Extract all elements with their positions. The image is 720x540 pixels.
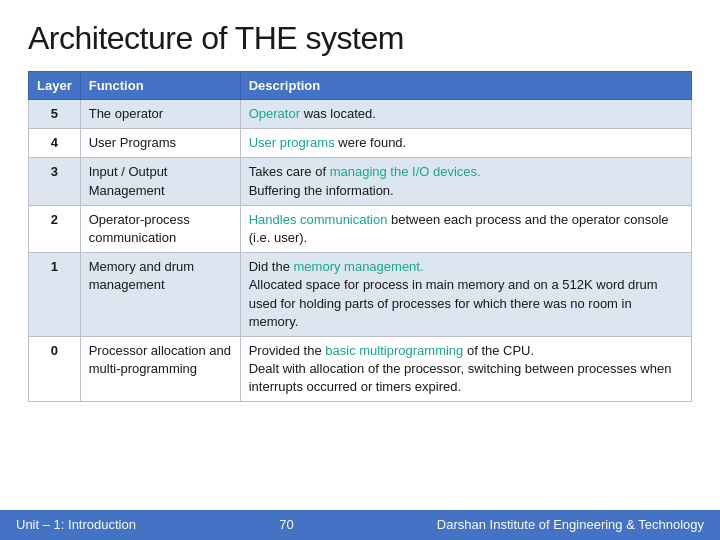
footer-left: Unit – 1: Introduction bbox=[16, 517, 136, 532]
table-row: 4User ProgramsUser programs were found. bbox=[29, 129, 692, 158]
cell-description-5: Provided the basic multiprogramming of t… bbox=[240, 336, 691, 402]
table-wrap: Layer Function Description 5The operator… bbox=[28, 71, 692, 510]
table-header: Layer Function Description bbox=[29, 72, 692, 100]
cell-layer-2: 3 bbox=[29, 158, 81, 205]
cell-layer-3: 2 bbox=[29, 205, 81, 252]
architecture-table: Layer Function Description 5The operator… bbox=[28, 71, 692, 402]
highlight-span: Handles communication bbox=[249, 212, 388, 227]
footer-right: Darshan Institute of Engineering & Techn… bbox=[437, 517, 704, 532]
footer: Unit – 1: Introduction 70 Darshan Instit… bbox=[0, 510, 720, 540]
highlight-span: Operator bbox=[249, 106, 300, 121]
cell-layer-5: 0 bbox=[29, 336, 81, 402]
cell-layer-1: 4 bbox=[29, 129, 81, 158]
highlight-span: User programs bbox=[249, 135, 335, 150]
cell-layer-4: 1 bbox=[29, 253, 81, 337]
cell-function-0: The operator bbox=[80, 100, 240, 129]
slide-title: Architecture of THE system bbox=[28, 20, 692, 57]
header-function: Function bbox=[80, 72, 240, 100]
cell-function-4: Memory and drum management bbox=[80, 253, 240, 337]
header-row: Layer Function Description bbox=[29, 72, 692, 100]
cell-function-3: Operator-process communication bbox=[80, 205, 240, 252]
highlight-span: managing the I/O devices. bbox=[330, 164, 481, 179]
header-description: Description bbox=[240, 72, 691, 100]
cell-function-2: Input / Output Management bbox=[80, 158, 240, 205]
slide: Architecture of THE system Layer Functio… bbox=[0, 0, 720, 510]
cell-function-5: Processor allocation and multi-programmi… bbox=[80, 336, 240, 402]
cell-description-0: Operator was located. bbox=[240, 100, 691, 129]
highlight-span: basic multiprogramming bbox=[325, 343, 463, 358]
table-row: 3Input / Output ManagementTakes care of … bbox=[29, 158, 692, 205]
cell-layer-0: 5 bbox=[29, 100, 81, 129]
cell-function-1: User Programs bbox=[80, 129, 240, 158]
table-row: 1Memory and drum managementDid the memor… bbox=[29, 253, 692, 337]
table-row: 5The operatorOperator was located. bbox=[29, 100, 692, 129]
header-layer: Layer bbox=[29, 72, 81, 100]
highlight-span: memory management. bbox=[294, 259, 424, 274]
table-body: 5The operatorOperator was located.4User … bbox=[29, 100, 692, 402]
cell-description-1: User programs were found. bbox=[240, 129, 691, 158]
cell-description-3: Handles communication between each proce… bbox=[240, 205, 691, 252]
cell-description-2: Takes care of managing the I/O devices.B… bbox=[240, 158, 691, 205]
table-row: 0Processor allocation and multi-programm… bbox=[29, 336, 692, 402]
table-row: 2Operator-process communicationHandles c… bbox=[29, 205, 692, 252]
footer-center: 70 bbox=[279, 517, 293, 532]
cell-description-4: Did the memory management.Allocated spac… bbox=[240, 253, 691, 337]
